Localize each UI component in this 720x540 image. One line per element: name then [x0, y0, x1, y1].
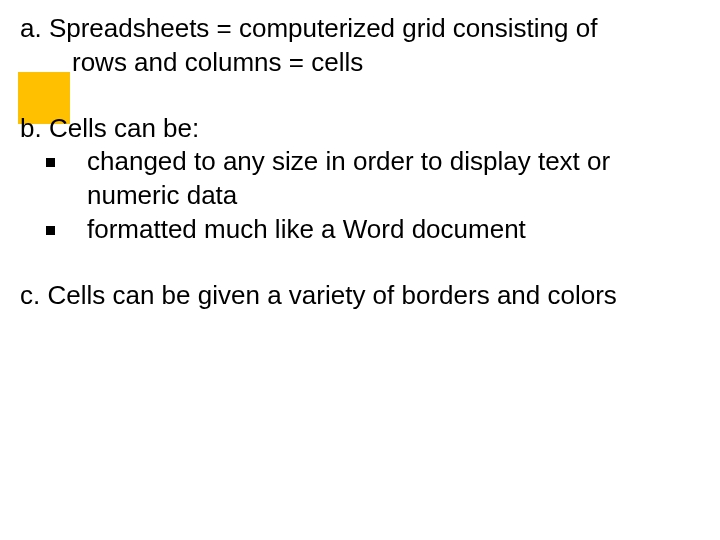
item-c: c. Cells can be given a variety of borde… [20, 279, 698, 313]
item-b-sub1-row: changed to any size in order to display … [46, 145, 698, 213]
square-bullet-icon [46, 226, 55, 235]
item-b-sub2-row: formatted much like a Word document [46, 213, 698, 247]
item-a-line1: a. Spreadsheets = computerized grid cons… [20, 12, 698, 46]
item-c-text: c. Cells can be given a variety of borde… [20, 279, 698, 313]
item-a-line2: rows and columns = cells [72, 46, 698, 80]
item-b-sub2: formatted much like a Word document [87, 213, 698, 247]
item-b-lead: b. Cells can be: [20, 112, 698, 146]
item-b-sub1: changed to any size in order to display … [87, 145, 698, 213]
square-bullet-icon [46, 158, 55, 167]
item-b: b. Cells can be: changed to any size in … [20, 112, 698, 247]
item-a: a. Spreadsheets = computerized grid cons… [20, 12, 698, 80]
slide: a. Spreadsheets = computerized grid cons… [0, 0, 720, 540]
slide-body: a. Spreadsheets = computerized grid cons… [20, 12, 698, 345]
